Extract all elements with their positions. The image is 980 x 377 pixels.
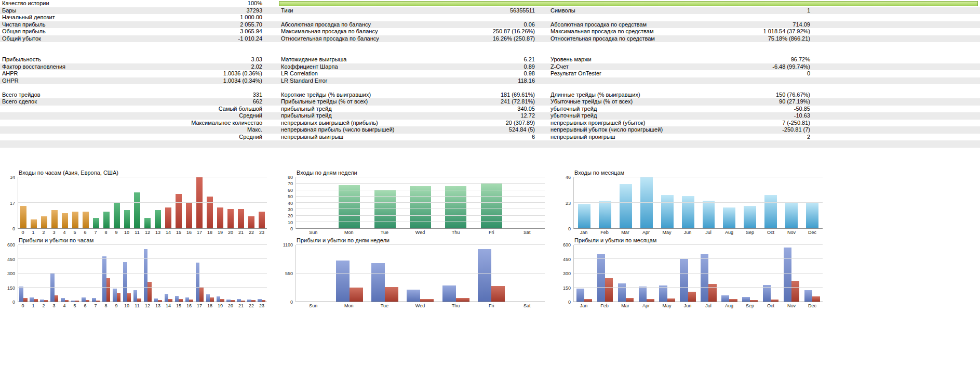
x-tick-label: Feb [594,302,615,308]
bar-slot [402,245,438,302]
gridline [18,177,267,177]
x-tick-label: Wed [402,229,438,235]
bar-slot [173,245,184,302]
bar [185,297,190,302]
x-tick-label: Thu [438,302,474,308]
bar [247,300,251,302]
x-tick-label: Jun [677,229,698,235]
bar-slot [132,245,142,302]
x-tick-label: 5 [70,229,80,235]
stat-value: 118.16 [424,77,536,84]
plot-area [18,177,267,229]
x-axis: 01234567891011121314151617181920212223 [18,229,267,235]
stats-row: Максимальное количествонепрерывных выигр… [0,120,980,127]
bar-slot [678,177,699,228]
x-tick-label: 15 [173,229,184,235]
bar [667,298,675,302]
bar-slot [438,245,474,302]
stat-label: Уровень маржи [548,56,696,63]
stat-label: Длинные трейды (% выигравших) [548,92,696,98]
gridline [18,244,267,245]
bar-slot [194,177,205,228]
bar [688,292,696,302]
stat-value: 181 (69.61%) [424,92,536,98]
gridline [296,183,545,184]
bar-slot [142,177,153,228]
bar-slot [331,245,367,302]
stat-value: 2 [696,134,811,140]
chart-title: Входы по дням недели [281,170,545,176]
stat-label: Относительная просадка по балансу [279,35,424,42]
bar [771,300,778,302]
bar [155,210,161,228]
chart-entries-by-month: Входы по месяцам 02346 JanFebMarAprMayJu… [559,170,823,235]
bar [206,294,210,302]
gridline [296,190,545,190]
bar-slot [474,177,509,228]
bar [83,212,89,228]
y-tick-label: 0 [12,226,15,231]
bar [144,249,148,302]
bar-slot [367,245,402,302]
x-tick-label: 4 [59,302,70,308]
bar [407,290,420,302]
bar-slot [657,245,678,302]
chart-title: Прибыли и убытки по часам [3,237,267,244]
stat-label: Общая прибыль [0,28,104,35]
bar [680,259,688,302]
bar [682,196,694,228]
bar-slot [225,177,236,228]
stat-value: 331 [104,92,263,98]
bar [445,186,466,228]
bar [442,285,456,302]
stat-value: Средний [104,134,263,140]
bar [578,204,590,228]
bar-slot [438,177,474,228]
bar-slot [215,177,225,228]
y-tick-label: 80 [288,175,293,180]
bar [144,218,151,228]
chart-body: 01020304050607080 [281,177,545,229]
x-tick-label: Sep [740,302,760,308]
gridline [296,215,545,216]
stat-value: 16.26% (250.87) [424,35,536,42]
stat-value: 241 (72.81%) [424,98,536,105]
history-quality-bar [279,1,978,6]
stats-row: Общая прибыль3 065.94Максимальная просад… [0,28,980,35]
y-tick-label: 300 [563,271,571,276]
x-tick-label: Dec [802,229,823,235]
bar-slot [122,245,132,302]
plot-area [18,245,267,302]
chart-entries-by-hour: Входы по часам (Азия, Европа, США) 01734… [3,170,267,235]
bar [196,263,200,302]
stat-value: 250.87 (16.26%) [424,28,536,35]
y-tick-label: 1100 [283,242,293,248]
stats-row: Начальный депозит1 000.00 [0,14,980,21]
stat-value: 1.0034 (0.34%) [104,77,263,84]
bar-slot [781,245,802,302]
x-tick-label: 6 [80,302,90,308]
x-tick-label: 7 [90,229,101,235]
bar [179,299,183,302]
bar-slot [215,245,225,302]
bar-slot [740,177,760,228]
gridline [296,244,545,245]
stat-value: -250.81 (7) [696,126,811,133]
chart-pnl-by-month: Прибыли и убытки по месяцам 015030045060… [559,237,823,308]
x-tick-label: 14 [163,229,173,235]
bar-slot [29,177,39,228]
bar [189,300,193,302]
bar [584,299,592,302]
bar [785,203,798,228]
stat-value: 3.03 [104,56,263,63]
bar-slot [699,245,719,302]
bar [103,212,110,228]
stat-value: 662 [104,98,263,105]
bar-slot [331,177,367,228]
bar [806,203,818,228]
stat-value: -6.48 (99.74%) [696,63,811,70]
x-tick-label: 13 [153,302,163,308]
stat-value: 56355511 [424,7,536,14]
bar-slot [781,177,802,228]
stat-value: 6 [424,134,536,140]
